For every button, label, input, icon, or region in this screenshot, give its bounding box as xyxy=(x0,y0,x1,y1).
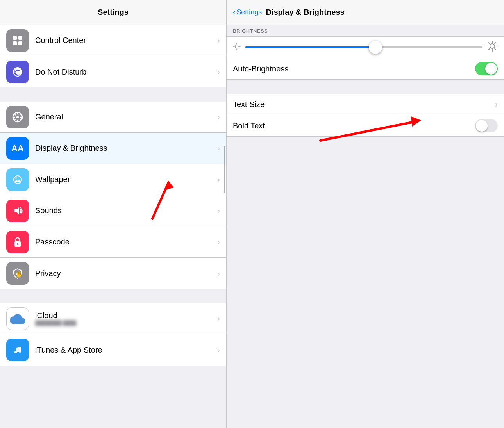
wallpaper-icon xyxy=(11,173,24,186)
brightness-section-label: BRIGHTNESS xyxy=(227,25,504,36)
icloud-sublabel: ████████ ████ xyxy=(35,320,214,326)
itunes-label: iTunes & App Store xyxy=(35,346,214,355)
icloud-icon-bg xyxy=(6,307,29,330)
svg-line-29 xyxy=(495,43,496,44)
brightness-group: Auto-Brightness xyxy=(227,36,504,80)
brightness-slider-track[interactable] xyxy=(245,46,482,48)
left-panel: Settings Control Center › xyxy=(0,0,227,428)
svg-text:✋: ✋ xyxy=(15,271,23,278)
svg-point-14 xyxy=(14,351,17,353)
control-center-chevron: › xyxy=(217,36,220,45)
svg-line-26 xyxy=(489,43,490,44)
sidebar-item-wallpaper[interactable]: Wallpaper › xyxy=(0,164,226,195)
itunes-icon-bg xyxy=(6,339,29,361)
sidebar-item-general[interactable]: General › xyxy=(0,102,226,133)
bold-text-label: Bold Text xyxy=(233,121,475,130)
scrollbar[interactable] xyxy=(224,146,225,193)
svg-point-5 xyxy=(16,116,19,118)
sun-small-icon xyxy=(233,43,241,50)
wallpaper-icon-bg xyxy=(6,168,29,191)
back-chevron-icon: ‹ xyxy=(233,7,236,18)
svg-rect-2 xyxy=(13,41,17,45)
sun-large-icon xyxy=(487,41,498,52)
brightness-slider-thumb[interactable] xyxy=(369,41,382,54)
bold-text-thumb xyxy=(476,120,488,132)
privacy-icon-bg: ✋ xyxy=(6,262,29,285)
sidebar-item-sounds[interactable]: Sounds › xyxy=(0,195,226,226)
display-icon: AA xyxy=(11,143,24,153)
sidebar-item-passcode[interactable]: Passcode › xyxy=(0,226,226,258)
svg-line-28 xyxy=(489,48,490,50)
bold-text-toggle[interactable] xyxy=(475,119,498,132)
sounds-label: Sounds xyxy=(35,206,214,215)
text-group: Text Size › Bold Text xyxy=(227,94,504,137)
general-icon-bg xyxy=(6,106,29,128)
svg-rect-0 xyxy=(13,36,17,40)
settings-group-2: General › AA Display & Brightness › xyxy=(0,102,226,289)
back-button[interactable]: ‹ Settings xyxy=(233,7,262,18)
sounds-icon xyxy=(11,205,24,217)
svg-point-15 xyxy=(19,350,21,353)
svg-marker-8 xyxy=(14,207,19,215)
general-icon xyxy=(11,111,24,123)
do-not-disturb-icon xyxy=(11,66,24,78)
right-panel-title: Display & Brightness xyxy=(266,8,344,17)
auto-brightness-thumb xyxy=(485,63,497,75)
wallpaper-label: Wallpaper xyxy=(35,175,214,184)
bold-text-row: Bold Text xyxy=(227,115,504,136)
privacy-chevron: › xyxy=(217,269,220,278)
sounds-chevron: › xyxy=(217,206,220,215)
svg-point-6 xyxy=(14,176,21,184)
text-size-row[interactable]: Text Size › xyxy=(227,94,504,115)
control-center-icon-bg xyxy=(6,29,29,52)
auto-brightness-row: Auto-Brightness xyxy=(227,58,504,79)
svg-point-16 xyxy=(235,45,238,48)
right-separator xyxy=(227,80,504,94)
icloud-label-wrap: iCloud ████████ ████ xyxy=(35,311,214,326)
separator-1 xyxy=(0,87,226,102)
passcode-chevron: › xyxy=(217,237,220,246)
general-chevron: › xyxy=(217,112,220,121)
sidebar-item-do-not-disturb[interactable]: Do Not Disturb › xyxy=(0,56,226,87)
sidebar-item-itunes[interactable]: iTunes & App Store › xyxy=(0,334,226,366)
sidebar-item-display[interactable]: AA Display & Brightness › xyxy=(0,133,226,164)
text-size-label: Text Size xyxy=(233,100,492,109)
svg-line-27 xyxy=(495,48,496,50)
general-label: General xyxy=(35,112,214,121)
control-center-icon xyxy=(11,34,24,47)
back-label: Settings xyxy=(236,8,262,16)
icloud-chevron: › xyxy=(217,314,220,323)
do-not-disturb-label: Do Not Disturb xyxy=(35,68,214,77)
passcode-label: Passcode xyxy=(35,237,214,246)
left-panel-header: Settings xyxy=(0,0,226,25)
control-center-label: Control Center xyxy=(35,36,214,45)
display-label: Display & Brightness xyxy=(35,144,214,153)
privacy-label: Privacy xyxy=(35,269,214,278)
display-icon-bg: AA xyxy=(6,137,29,160)
right-panel-header: ‹ Settings Display & Brightness xyxy=(227,0,504,25)
sidebar-item-privacy[interactable]: ✋ Privacy › xyxy=(0,258,226,289)
itunes-icon xyxy=(11,344,24,356)
svg-point-7 xyxy=(15,177,17,179)
passcode-icon-bg xyxy=(6,231,29,253)
icloud-label: iCloud xyxy=(35,311,214,320)
passcode-icon xyxy=(11,236,24,248)
text-section: Text Size › Bold Text xyxy=(227,94,504,137)
brightness-slider-fill xyxy=(245,46,375,48)
brightness-slider-row xyxy=(227,37,504,58)
display-chevron: › xyxy=(217,144,220,153)
left-panel-scroll: Control Center › Do Not Disturb › xyxy=(0,25,226,428)
do-not-disturb-icon-bg xyxy=(6,61,29,83)
svg-rect-1 xyxy=(18,36,22,40)
do-not-disturb-chevron: › xyxy=(217,68,220,77)
settings-group-1: Control Center › Do Not Disturb › xyxy=(0,25,226,87)
icloud-icon xyxy=(10,313,25,324)
auto-brightness-toggle[interactable] xyxy=(475,62,498,75)
brightness-section: BRIGHTNESS xyxy=(227,25,504,80)
svg-point-21 xyxy=(490,44,495,48)
sidebar-item-icloud[interactable]: iCloud ████████ ████ › xyxy=(0,303,226,334)
svg-point-10 xyxy=(17,243,18,245)
settings-group-3: iCloud ████████ ████ › iTunes & App Stor… xyxy=(0,303,226,366)
text-size-chevron: › xyxy=(495,100,498,109)
sidebar-item-control-center[interactable]: Control Center › xyxy=(0,25,226,56)
